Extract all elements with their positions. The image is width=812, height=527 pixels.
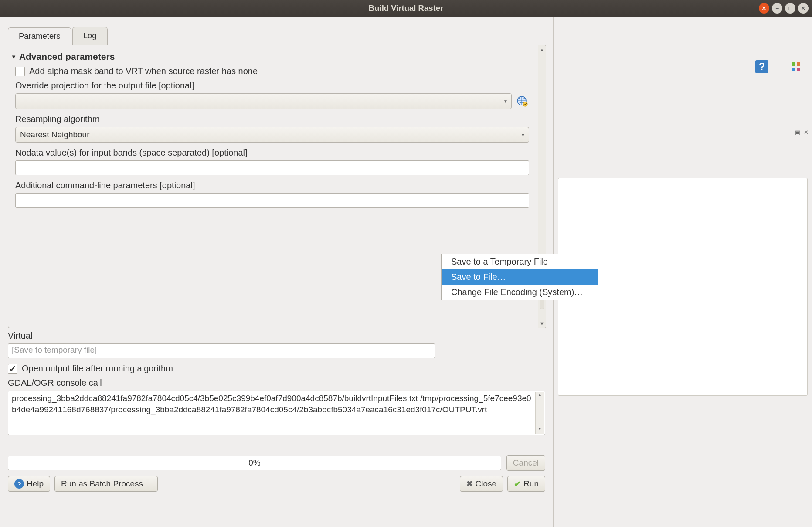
gdal-console-label: GDAL/OGR console call xyxy=(8,378,545,388)
svg-rect-3 xyxy=(797,62,800,66)
chevron-down-icon: ▼ xyxy=(503,99,508,104)
virtual-label: Virtual xyxy=(8,331,545,341)
cancel-button[interactable]: Cancel xyxy=(506,455,545,471)
output-save-menu: Save to a Temporary File Save to File… C… xyxy=(441,254,598,300)
scroll-up-icon[interactable]: ▲ xyxy=(536,392,544,400)
override-projection-combo[interactable]: ▼ xyxy=(15,93,512,109)
console-scrollbar[interactable]: ▲ ▼ xyxy=(535,392,544,434)
panel-dock-handle[interactable]: ▣ ✕ xyxy=(795,129,809,136)
scroll-up-icon[interactable]: ▲ xyxy=(538,45,546,54)
resampling-combo[interactable]: Nearest Neighbour ▼ xyxy=(15,127,529,143)
window-maximize-button[interactable]: □ xyxy=(785,3,795,14)
window-close-button[interactable]: ✕ xyxy=(759,3,769,14)
gdal-console-output: processing_3bba2ddca88241fa9782fa7804cd0… xyxy=(8,391,545,435)
titlebar: Build Virtual Raster ✕ − □ ✕ xyxy=(0,0,812,17)
plugin-icon[interactable] xyxy=(789,60,802,73)
alpha-mask-label: Add alpha mask band to VRT when source r… xyxy=(29,66,258,76)
tab-parameters[interactable]: Parameters xyxy=(8,27,71,45)
close-button[interactable]: ✖ CCloselose xyxy=(460,476,503,492)
svg-rect-4 xyxy=(792,68,795,71)
virtual-output-input[interactable]: [Save to temporary file] xyxy=(8,343,435,358)
nodata-input[interactable] xyxy=(15,160,529,175)
close-icon: ✖ xyxy=(466,479,473,489)
svg-rect-5 xyxy=(797,68,800,71)
run-button[interactable]: ✔ Run xyxy=(507,476,545,492)
nodata-label: Nodata value(s) for input bands (space s… xyxy=(15,148,532,158)
menu-change-encoding[interactable]: Change File Encoding (System)… xyxy=(442,285,598,300)
menu-save-temp[interactable]: Save to a Temporary File xyxy=(442,254,598,269)
collapse-icon: ▼ xyxy=(11,54,17,60)
additional-cmd-input[interactable] xyxy=(15,193,529,208)
help-panel-icon[interactable]: ? xyxy=(755,60,768,73)
window-extra-button[interactable]: ✕ xyxy=(798,3,809,14)
help-icon: ? xyxy=(14,479,24,489)
alpha-mask-checkbox[interactable] xyxy=(15,67,25,76)
override-projection-label: Override projection for the output file … xyxy=(15,81,532,91)
svg-rect-2 xyxy=(792,62,795,66)
globe-icon xyxy=(516,95,528,107)
progress-bar: 0% xyxy=(8,456,501,470)
advanced-parameters-header[interactable]: ▼ Advanced parameters xyxy=(11,51,532,62)
check-icon: ✔ xyxy=(514,479,521,489)
open-output-checkbox[interactable] xyxy=(8,364,17,374)
crs-selector-button[interactable] xyxy=(515,94,529,108)
open-output-label: Open output file after running algorithm xyxy=(22,364,173,374)
resampling-label: Resampling algorithm xyxy=(15,114,532,124)
tab-log[interactable]: Log xyxy=(72,27,108,45)
help-button[interactable]: ? Help xyxy=(8,476,50,492)
scroll-down-icon[interactable]: ▼ xyxy=(536,426,544,434)
dialog-area: Parameters Log ▼ Advanced parameters Add… xyxy=(0,17,554,527)
window-title: Build Virtual Raster xyxy=(4,3,808,13)
window-minimize-button[interactable]: − xyxy=(772,3,782,14)
chevron-down-icon: ▼ xyxy=(521,133,525,137)
run-batch-button[interactable]: Run as Batch Process… xyxy=(54,476,158,492)
tab-bar: Parameters Log xyxy=(8,27,553,45)
menu-save-to-file[interactable]: Save to File… xyxy=(442,269,598,285)
additional-cmd-label: Additional command-line parameters [opti… xyxy=(15,180,532,190)
scroll-down-icon[interactable]: ▼ xyxy=(538,319,546,328)
